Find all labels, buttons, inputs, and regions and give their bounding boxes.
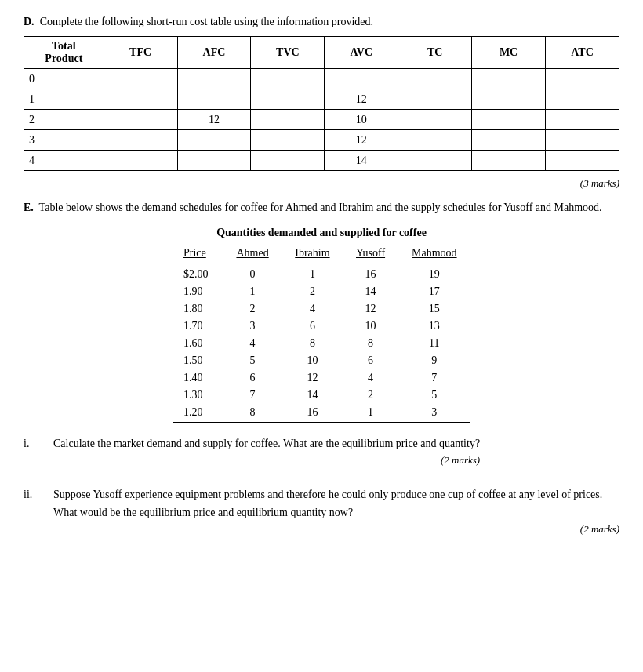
question-i-num: i. bbox=[24, 435, 45, 478]
cost-table-row: 21210 bbox=[24, 110, 619, 130]
demand-cell-6-ahmed: 6 bbox=[223, 369, 282, 387]
cost-cell-0-tfc bbox=[104, 69, 177, 89]
cost-cell-4-avc: 14 bbox=[325, 151, 398, 171]
col-ahmed: Ahmed bbox=[223, 245, 282, 263]
demand-cell-4-ahmed: 4 bbox=[223, 335, 282, 352]
demand-cell-0-price: $2.00 bbox=[173, 263, 223, 284]
demand-cell-1-ibrahim: 2 bbox=[282, 283, 343, 300]
demand-cell-1-ahmed: 1 bbox=[223, 283, 282, 300]
cost-cell-3-mc bbox=[472, 130, 546, 151]
col-header-atc: ATC bbox=[546, 37, 619, 69]
cost-cell-2-tvc bbox=[251, 110, 325, 130]
demand-cell-1-yusoff: 14 bbox=[343, 283, 398, 300]
cost-cell-3-tfc bbox=[104, 130, 177, 151]
section-d-instruction: D. Complete the following short-run cost… bbox=[24, 16, 619, 28]
cost-cell-2-tfc bbox=[104, 110, 177, 130]
col-mahmood: Mahmood bbox=[398, 245, 470, 263]
cost-cell-4-afc bbox=[177, 151, 251, 171]
demand-table-row: 1.3071425 bbox=[173, 387, 470, 404]
cost-cell-2-atc bbox=[546, 110, 619, 130]
cost-cell-1-tc bbox=[398, 89, 472, 110]
demand-cell-1-mahmood: 17 bbox=[398, 283, 470, 300]
demand-cell-4-ibrahim: 8 bbox=[282, 335, 343, 352]
demand-cell-2-price: 1.80 bbox=[173, 300, 223, 318]
demand-cell-6-mahmood: 7 bbox=[398, 369, 470, 387]
demand-cell-0-mahmood: 19 bbox=[398, 263, 470, 284]
demand-cell-3-mahmood: 13 bbox=[398, 318, 470, 335]
cost-table-row: 414 bbox=[24, 151, 619, 171]
col-header-tc: TC bbox=[398, 37, 472, 69]
question-i: i. Calculate the market demand and suppl… bbox=[24, 435, 619, 478]
demand-cell-7-ibrahim: 14 bbox=[282, 387, 343, 404]
cost-cell-4-tc bbox=[398, 151, 472, 171]
question-i-text: Calculate the market demand and supply f… bbox=[53, 438, 480, 449]
cost-cell-3-afc bbox=[177, 130, 251, 151]
cost-cell-2-tc bbox=[398, 110, 472, 130]
cost-cell-1-afc bbox=[177, 89, 251, 110]
cost-cell-4-mc bbox=[472, 151, 546, 171]
section-d: D. Complete the following short-run cost… bbox=[24, 16, 619, 190]
demand-table-row: 1.6048811 bbox=[173, 335, 470, 352]
question-ii: ii. Suppose Yusoff experience equipment … bbox=[24, 486, 619, 547]
col-yusoff: Yusoff bbox=[343, 245, 398, 263]
cost-cell-3-atc bbox=[546, 130, 619, 151]
cost-table-row: 312 bbox=[24, 130, 619, 151]
demand-cell-8-price: 1.20 bbox=[173, 404, 223, 423]
question-i-marks: (2 marks) bbox=[53, 452, 480, 469]
cost-cell-0-tvc bbox=[251, 69, 325, 89]
col-header-total-product: TotalProduct bbox=[24, 37, 104, 69]
demand-table-row: 1.70361013 bbox=[173, 318, 470, 335]
col-header-mc: MC bbox=[472, 37, 546, 69]
demand-cell-7-yusoff: 2 bbox=[343, 387, 398, 404]
col-header-avc: AVC bbox=[325, 37, 398, 69]
question-i-content: Calculate the market demand and supply f… bbox=[53, 435, 480, 478]
cost-cell-0-mc bbox=[472, 69, 546, 89]
cost-cell-0-afc bbox=[177, 69, 251, 89]
cost-table-row: 112 bbox=[24, 89, 619, 110]
demand-cell-5-yusoff: 6 bbox=[343, 352, 398, 369]
cost-cell-1-avc: 12 bbox=[325, 89, 398, 110]
cost-cell-0-avc bbox=[325, 69, 398, 89]
cost-cell-1-product: 1 bbox=[24, 89, 104, 110]
cost-cell-1-tfc bbox=[104, 89, 177, 110]
demand-cell-6-price: 1.40 bbox=[173, 369, 223, 387]
demand-cell-2-ahmed: 2 bbox=[223, 300, 282, 318]
demand-supply-title: Quantities demanded and supplied for cof… bbox=[24, 227, 619, 239]
demand-cell-0-ahmed: 0 bbox=[223, 263, 282, 284]
demand-cell-6-ibrahim: 12 bbox=[282, 369, 343, 387]
demand-cell-8-ahmed: 8 bbox=[223, 404, 282, 423]
cost-cell-4-atc bbox=[546, 151, 619, 171]
demand-cell-4-mahmood: 11 bbox=[398, 335, 470, 352]
demand-table-row: 1.5051069 bbox=[173, 352, 470, 369]
demand-table-row: 1.80241215 bbox=[173, 300, 470, 318]
demand-cell-6-yusoff: 4 bbox=[343, 369, 398, 387]
cost-cell-4-product: 4 bbox=[24, 151, 104, 171]
question-ii-text: Suppose Yusoff experience equipment prob… bbox=[53, 489, 602, 518]
cost-cell-3-avc: 12 bbox=[325, 130, 398, 151]
section-d-marks: (3 marks) bbox=[24, 177, 619, 190]
cost-cell-4-tfc bbox=[104, 151, 177, 171]
cost-cell-0-atc bbox=[546, 69, 619, 89]
demand-cell-8-mahmood: 3 bbox=[398, 404, 470, 423]
demand-cell-3-price: 1.70 bbox=[173, 318, 223, 335]
demand-cell-4-price: 1.60 bbox=[173, 335, 223, 352]
demand-cell-2-ibrahim: 4 bbox=[282, 300, 343, 318]
cost-cell-4-tvc bbox=[251, 151, 325, 171]
section-e-questions: i. Calculate the market demand and suppl… bbox=[24, 435, 619, 547]
demand-cell-3-ibrahim: 6 bbox=[282, 318, 343, 335]
question-ii-num: ii. bbox=[24, 486, 45, 547]
cost-cell-0-tc bbox=[398, 69, 472, 89]
demand-cell-8-yusoff: 1 bbox=[343, 404, 398, 423]
demand-cell-2-mahmood: 15 bbox=[398, 300, 470, 318]
demand-cell-0-ibrahim: 1 bbox=[282, 263, 343, 284]
demand-cell-8-ibrahim: 16 bbox=[282, 404, 343, 423]
demand-cell-7-mahmood: 5 bbox=[398, 387, 470, 404]
demand-supply-table: Price Ahmed Ibrahim Yusoff Mahmood $2.00… bbox=[173, 245, 470, 423]
demand-cell-0-yusoff: 16 bbox=[343, 263, 398, 284]
demand-cell-7-price: 1.30 bbox=[173, 387, 223, 404]
cost-cell-2-avc: 10 bbox=[325, 110, 398, 130]
col-header-afc: AFC bbox=[177, 37, 251, 69]
demand-table-row: 1.4061247 bbox=[173, 369, 470, 387]
cost-cell-2-product: 2 bbox=[24, 110, 104, 130]
demand-table-row: $2.00011619 bbox=[173, 263, 470, 284]
